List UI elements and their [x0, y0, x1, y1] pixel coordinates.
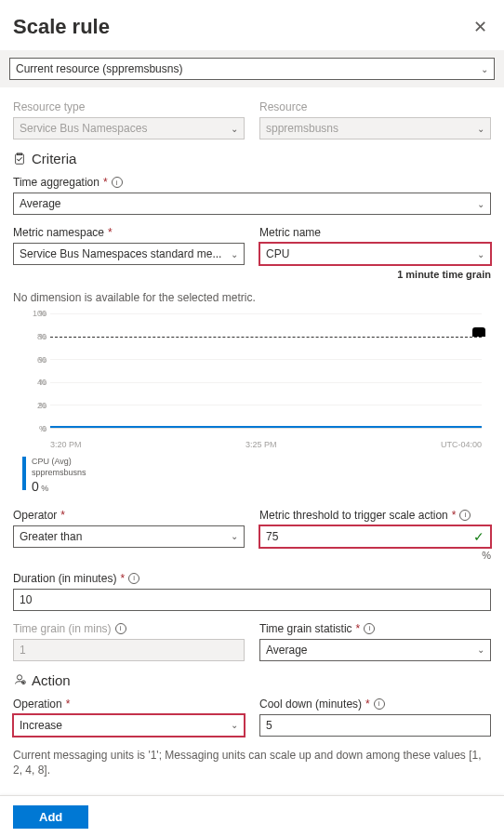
- metric-chart: 100% 80% 60% 40% 20% 0%: [22, 313, 482, 434]
- close-icon[interactable]: ✕: [470, 13, 491, 41]
- chevron-down-icon: ⌄: [477, 249, 484, 259]
- time-aggregation-value: Average: [20, 197, 60, 210]
- info-icon[interactable]: i: [459, 510, 471, 521]
- resource-select: sppremsbusns ⌄: [259, 117, 491, 140]
- duration-value: 10: [20, 593, 32, 606]
- metric-name-value: CPU: [266, 247, 289, 260]
- no-dimension-msg: No dimension is available for the select…: [13, 291, 491, 304]
- resource-selector-value: Current resource (sppremsbusns): [16, 62, 182, 75]
- metric-namespace-select[interactable]: Service Bus Namespaces standard me... ⌄: [13, 243, 245, 265]
- chevron-down-icon: ⌄: [481, 64, 488, 74]
- time-aggregation-label: Time aggregation: [13, 176, 99, 189]
- xtick: UTC-04:00: [441, 440, 482, 449]
- required-indicator: *: [60, 509, 65, 522]
- info-icon[interactable]: i: [374, 698, 385, 710]
- add-button[interactable]: Add: [13, 805, 88, 829]
- operator-value: Greater than: [20, 530, 82, 543]
- operator-select[interactable]: Greater than ⌄: [13, 525, 245, 548]
- info-icon[interactable]: i: [112, 177, 123, 188]
- units-note: Current messaging units is '1'; Messagin…: [13, 748, 491, 779]
- panel-title: Scale rule: [13, 15, 110, 39]
- criteria-icon: [13, 153, 26, 166]
- required-indicator: *: [356, 622, 361, 635]
- threshold-value: 75: [266, 530, 278, 543]
- chevron-down-icon: ⌄: [477, 644, 484, 655]
- resource-type-label: Resource type: [13, 100, 245, 113]
- resource-selector[interactable]: Current resource (sppremsbusns) ⌄: [9, 58, 495, 80]
- svg-point-2: [17, 675, 21, 680]
- legend-series-name: CPU (Avg): [32, 457, 86, 468]
- threshold-marker: [472, 327, 485, 337]
- cooldown-label: Cool down (minutes): [259, 698, 362, 711]
- metric-name-select[interactable]: CPU ⌄: [259, 243, 491, 265]
- series-line: [50, 426, 482, 428]
- action-title: Action: [32, 672, 71, 688]
- chevron-down-icon: ⌄: [477, 199, 484, 209]
- operation-select[interactable]: Increase ⌄: [13, 714, 245, 737]
- required-indicator: *: [452, 509, 457, 522]
- chevron-down-icon: ⌄: [231, 249, 238, 259]
- resource-type-select: Service Bus Namespaces ⌄: [13, 117, 245, 140]
- operation-value: Increase: [20, 719, 62, 732]
- operation-label: Operation: [13, 698, 62, 711]
- time-grain-stat-value: Average: [266, 644, 307, 657]
- required-indicator: *: [108, 226, 113, 239]
- time-grain-note: 1 minute time grain: [259, 269, 491, 280]
- threshold-unit: %: [259, 550, 491, 561]
- chevron-down-icon: ⌄: [231, 531, 238, 541]
- info-icon[interactable]: i: [364, 623, 375, 634]
- required-indicator: *: [120, 572, 125, 585]
- required-indicator: *: [66, 698, 71, 711]
- required-indicator: *: [365, 698, 370, 711]
- cooldown-value: 5: [266, 719, 272, 732]
- cooldown-input[interactable]: 5: [259, 714, 491, 737]
- criteria-title: Criteria: [32, 151, 76, 166]
- xtick: 3:25 PM: [245, 440, 277, 449]
- time-grain-mins-input: 1: [13, 639, 245, 661]
- info-icon[interactable]: i: [128, 573, 139, 584]
- chevron-down-icon: ⌄: [477, 124, 484, 134]
- legend-series-value: 0: [32, 479, 39, 494]
- metric-name-label: Metric name: [259, 226, 321, 239]
- threshold-input[interactable]: 75 ✓: [259, 525, 491, 548]
- resource-type-value: Service Bus Namespaces: [20, 122, 147, 135]
- time-grain-mins-value: 1: [20, 644, 26, 657]
- metric-namespace-label: Metric namespace: [13, 226, 104, 239]
- time-aggregation-select[interactable]: Average ⌄: [13, 193, 491, 215]
- resource-label: Resource: [259, 100, 491, 113]
- operator-label: Operator: [13, 509, 57, 522]
- action-icon: [13, 673, 26, 686]
- time-grain-mins-label: Time grain (in mins): [13, 622, 112, 635]
- legend-color: [22, 457, 26, 490]
- time-grain-stat-label: Time grain statistic: [259, 622, 352, 635]
- duration-input[interactable]: 10: [13, 589, 491, 611]
- required-indicator: *: [103, 176, 108, 189]
- chevron-down-icon: ⌄: [231, 124, 238, 134]
- metric-namespace-value: Service Bus Namespaces standard me...: [20, 247, 221, 260]
- threshold-label: Metric threshold to trigger scale action: [259, 509, 448, 522]
- time-grain-stat-select[interactable]: Average ⌄: [259, 639, 491, 661]
- check-icon: ✓: [473, 529, 484, 544]
- resource-value: sppremsbusns: [266, 122, 338, 135]
- chevron-down-icon: ⌄: [231, 720, 238, 730]
- legend-series-resource: sppremsbusns: [32, 468, 86, 479]
- svg-rect-0: [16, 153, 24, 164]
- info-icon[interactable]: i: [115, 623, 126, 634]
- duration-label: Duration (in minutes): [13, 572, 116, 585]
- xtick: 3:20 PM: [50, 440, 82, 449]
